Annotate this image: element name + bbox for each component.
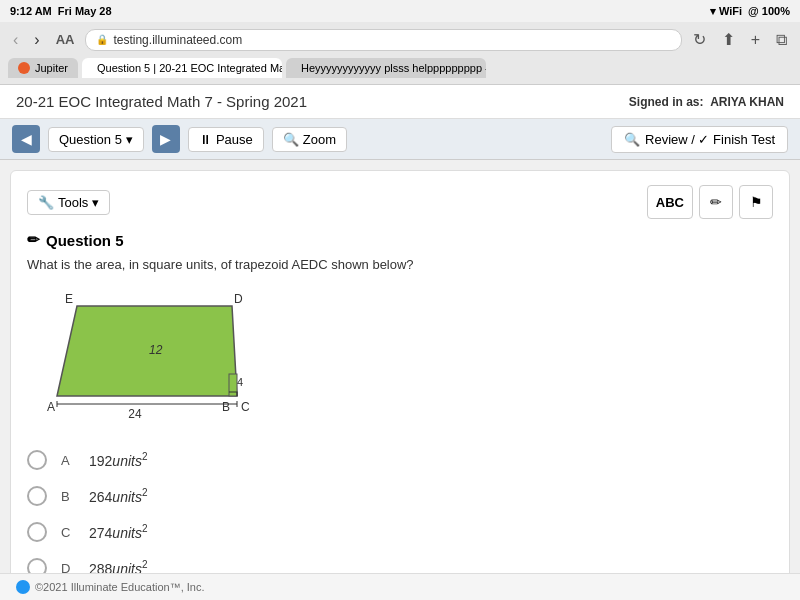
tab-jupiter[interactable]: Jupiter: [8, 58, 78, 78]
svg-text:B: B: [222, 400, 230, 414]
svg-text:A: A: [47, 400, 55, 414]
tool-icons: ABC ✏ ⚑: [647, 185, 773, 219]
choice-c: C 274units2: [27, 522, 773, 542]
back-button[interactable]: ‹: [8, 29, 23, 51]
battery-icon: @ 100%: [748, 5, 790, 17]
footer: ©2021 Illuminate Education™, Inc.: [0, 573, 800, 600]
zoom-button[interactable]: 🔍 Zoom: [272, 127, 347, 152]
radio-c[interactable]: [27, 522, 47, 542]
zoom-icon: 🔍: [283, 132, 299, 147]
prev-question-button[interactable]: ◀: [12, 125, 40, 153]
abc-button[interactable]: ABC: [647, 185, 693, 219]
status-day: Fri May 28: [58, 5, 112, 17]
pause-button[interactable]: ⏸ Pause: [188, 127, 264, 152]
new-tab-button[interactable]: +: [746, 29, 765, 51]
svg-text:24: 24: [128, 407, 142, 421]
url-text: testing.illuminateed.com: [113, 33, 242, 47]
pause-icon: ⏸: [199, 132, 212, 147]
choice-b-text: 264units2: [89, 487, 148, 505]
choice-b: B 264units2: [27, 486, 773, 506]
status-bar: 9:12 AM Fri May 28 ▾ WiFi @ 100%: [0, 0, 800, 22]
svg-text:12: 12: [149, 343, 163, 357]
lock-icon: 🔒: [96, 34, 108, 45]
svg-text:C: C: [241, 400, 250, 414]
tab-brain-label: Heyyyyyyyyyyyy plsss helppppppppp - Brai…: [301, 62, 486, 74]
next-question-button[interactable]: ▶: [152, 125, 180, 153]
tools-button[interactable]: 🔧 Tools ▾: [27, 190, 110, 215]
dropdown-icon: ▾: [126, 132, 133, 147]
svg-text:E: E: [65, 292, 73, 306]
choice-a-text: 192units2: [89, 451, 148, 469]
footer-logo: [16, 580, 30, 594]
pencil-icon: ✏: [27, 231, 40, 249]
choice-c-letter: C: [61, 525, 75, 540]
trapezoid-diagram: E D A B C 12 4 24: [37, 286, 773, 430]
test-toolbar: ◀ Question 5 ▾ ▶ ⏸ Pause 🔍 Zoom 🔍 Review…: [0, 119, 800, 160]
address-bar[interactable]: 🔒 testing.illuminateed.com: [85, 29, 681, 51]
browser-tabs: Jupiter Question 5 | 20-21 EOC Integrate…: [8, 56, 792, 80]
reader-button[interactable]: AA: [51, 30, 80, 49]
wifi-icon: ▾ WiFi: [710, 5, 742, 18]
tools-dropdown-icon: ▾: [92, 195, 99, 210]
browser-chrome: ‹ › AA 🔒 testing.illuminateed.com ↻ ⬆ + …: [0, 22, 800, 85]
tab-brain[interactable]: Heyyyyyyyyyyyy plsss helppppppppp - Brai…: [286, 58, 486, 78]
svg-text:4: 4: [237, 376, 243, 388]
answer-choices: A 192units2 B 264units2 C 274units2 D 28…: [27, 450, 773, 578]
search-icon: 🔍: [624, 132, 640, 147]
status-time: 9:12 AM: [10, 5, 52, 17]
flag-button[interactable]: ⚑: [739, 185, 773, 219]
app-header: 20-21 EOC Integrated Math 7 - Spring 202…: [0, 85, 800, 119]
browser-nav: ‹ › AA 🔒 testing.illuminateed.com ↻ ⬆ + …: [8, 28, 792, 51]
choice-b-letter: B: [61, 489, 75, 504]
choice-c-text: 274units2: [89, 523, 148, 541]
app-title: 20-21 EOC Integrated Math 7 - Spring 202…: [16, 93, 307, 110]
footer-text: ©2021 Illuminate Education™, Inc.: [35, 581, 205, 593]
trapezoid-svg: E D A B C 12 4 24: [37, 286, 267, 426]
choice-a-letter: A: [61, 453, 75, 468]
svg-text:D: D: [234, 292, 243, 306]
choice-a: A 192units2: [27, 450, 773, 470]
question-area: 🔧 Tools ▾ ABC ✏ ⚑ ✏ Question 5 What is t…: [10, 170, 790, 600]
question-tools: 🔧 Tools ▾ ABC ✏ ⚑: [27, 185, 773, 219]
forward-button[interactable]: ›: [29, 29, 44, 51]
tab-jupiter-label: Jupiter: [35, 62, 68, 74]
question-title: ✏ Question 5: [27, 231, 773, 249]
user-name: ARIYA KHAN: [710, 95, 784, 109]
tabs-button[interactable]: ⧉: [771, 29, 792, 51]
share-button[interactable]: ⬆: [717, 28, 740, 51]
tab-illuminate-label: Question 5 | 20-21 EOC Integrated Math 7…: [97, 62, 282, 74]
jupiter-favicon: [18, 62, 30, 74]
review-finish-button[interactable]: 🔍 Review / ✓ Finish Test: [611, 126, 788, 153]
question-label-text: Question 5: [59, 132, 122, 147]
question-indicator: Question 5 ▾: [48, 127, 144, 152]
radio-a[interactable]: [27, 450, 47, 470]
svg-marker-0: [57, 306, 237, 396]
radio-b[interactable]: [27, 486, 47, 506]
signed-in-info: Signed in as: ARIYA KHAN: [629, 95, 784, 109]
edit-button[interactable]: ✏: [699, 185, 733, 219]
wrench-icon: 🔧: [38, 195, 54, 210]
tab-illuminate[interactable]: Question 5 | 20-21 EOC Integrated Math 7…: [82, 58, 282, 78]
question-prompt: What is the area, in square units, of tr…: [27, 257, 773, 272]
svg-rect-1: [229, 374, 237, 396]
reload-button[interactable]: ↻: [688, 28, 711, 51]
